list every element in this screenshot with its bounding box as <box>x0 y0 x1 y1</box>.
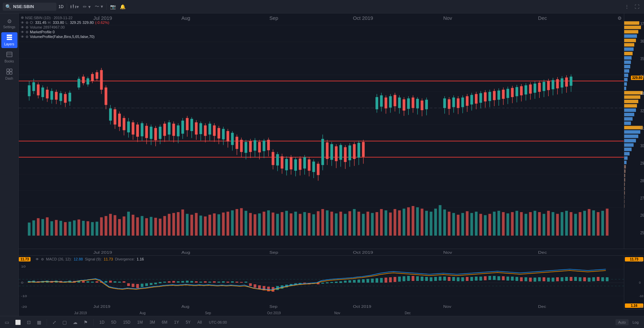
period-5y[interactable]: 5Y <box>183 319 193 326</box>
svg-rect-428 <box>624 139 636 142</box>
svg-rect-129 <box>425 211 428 236</box>
sidebar-item-settings[interactable]: ⚙ Settings <box>1 16 17 31</box>
svg-rect-408 <box>624 52 633 55</box>
sidebar-item-layers[interactable]: Layers <box>1 32 17 48</box>
svg-rect-421 <box>624 109 636 112</box>
chart-title: ⊕ NSE:SBIN (1D) · 2019-11-22 <box>21 15 109 20</box>
svg-rect-82 <box>213 213 216 236</box>
svg-rect-114 <box>357 212 360 236</box>
alert-button[interactable]: 🔔 <box>118 3 128 11</box>
svg-rect-591 <box>570 277 573 281</box>
svg-rect-561 <box>434 277 437 281</box>
svg-rect-221 <box>145 126 148 138</box>
svg-rect-291 <box>303 157 306 169</box>
svg-rect-187 <box>64 94 67 103</box>
snapshot-button[interactable]: 📷 <box>108 3 118 11</box>
svg-rect-44 <box>41 219 44 236</box>
period-3m[interactable]: 3M <box>147 319 157 326</box>
cloud-icon[interactable]: ☁ <box>71 319 80 326</box>
svg-rect-70 <box>159 219 161 236</box>
svg-rect-497 <box>145 283 148 286</box>
volume-row: 👁 ⚙ Volume 28974967.00 <box>21 25 109 29</box>
svg-rect-510 <box>204 281 207 283</box>
svg-rect-517 <box>236 282 238 283</box>
svg-rect-130 <box>430 212 432 236</box>
macd-chart[interactable]: 11.73 👁 ⚙ MACD (26, 12): 12.88 Signal (9… <box>19 256 624 309</box>
svg-rect-273 <box>263 141 265 151</box>
svg-rect-484 <box>87 281 89 283</box>
svg-rect-9 <box>7 35 12 36</box>
divergence-value: 1.16 <box>137 257 144 261</box>
indicators-button[interactable]: 〜 ▾ <box>93 2 105 11</box>
svg-rect-42 <box>32 220 35 236</box>
svg-rect-430 <box>624 148 632 151</box>
svg-rect-12 <box>7 52 12 57</box>
expand-icon[interactable]: ⤢ <box>50 319 58 326</box>
books-label: Books <box>5 59 14 63</box>
svg-rect-552 <box>394 277 396 282</box>
fullscreen-button[interactable]: ⛶ <box>633 3 641 11</box>
svg-rect-86 <box>231 210 234 236</box>
svg-rect-363 <box>488 92 491 101</box>
svg-rect-109 <box>335 213 338 236</box>
svg-rect-556 <box>412 276 414 281</box>
svg-rect-311 <box>348 146 351 160</box>
timeframe-button[interactable]: 1D <box>56 3 65 10</box>
timezone-display: UTC-06:00 <box>209 320 227 324</box>
svg-rect-112 <box>348 211 351 236</box>
log-button[interactable]: Log <box>630 319 641 325</box>
svg-rect-339 <box>421 100 424 110</box>
chart-type-icon-2[interactable]: ⬜ <box>13 319 23 326</box>
svg-rect-50 <box>68 222 71 236</box>
svg-rect-131 <box>434 209 437 236</box>
search-box[interactable]: 🔍 NSE:SBIN <box>3 3 56 11</box>
sidebar-item-dash[interactable]: Dash <box>1 67 17 82</box>
svg-rect-389 <box>547 81 550 90</box>
drawing-tool-button[interactable]: ✏ ▾ <box>81 3 93 11</box>
chart-type-icon-4[interactable]: ▦ <box>35 319 43 326</box>
svg-rect-199 <box>96 72 98 79</box>
svg-rect-546 <box>366 279 369 283</box>
sidebar-item-books[interactable]: Books <box>1 49 17 65</box>
svg-rect-377 <box>520 86 523 95</box>
svg-rect-215 <box>132 122 134 134</box>
chart-type-icon-1[interactable]: ▭ <box>3 319 11 326</box>
svg-rect-137 <box>461 213 464 236</box>
svg-rect-62 <box>122 216 125 236</box>
period-1m[interactable]: 1M <box>135 319 145 326</box>
svg-rect-53 <box>82 221 85 236</box>
svg-rect-261 <box>236 137 238 149</box>
svg-rect-54 <box>87 221 89 236</box>
chart-canvas[interactable]: ⚙ ⊕ NSE:SBIN (1D) · 2019-11-22 👁 ⚙ O: 33… <box>19 13 624 249</box>
period-1d[interactable]: 1D <box>97 319 107 326</box>
svg-rect-543 <box>353 280 356 283</box>
period-6m[interactable]: 6M <box>159 319 170 326</box>
chart-type-icon-3[interactable]: ⊡ <box>25 319 33 326</box>
more-options-button[interactable]: ⋮ <box>623 3 631 11</box>
period-all[interactable]: All <box>195 319 204 326</box>
svg-rect-77 <box>190 215 193 236</box>
svg-rect-118 <box>376 212 378 236</box>
svg-rect-401 <box>624 21 639 25</box>
svg-rect-427 <box>624 134 638 138</box>
svg-text:Sep: Sep <box>269 250 278 254</box>
svg-rect-369 <box>502 90 505 99</box>
svg-rect-553 <box>398 277 401 282</box>
svg-rect-144 <box>493 212 496 236</box>
svg-rect-217 <box>136 125 139 137</box>
flag-icon[interactable]: ⚑ <box>82 319 90 326</box>
period-5d[interactable]: 5D <box>109 319 118 326</box>
chart-settings-icon[interactable]: ⚙ <box>617 15 622 21</box>
svg-rect-96 <box>276 214 279 236</box>
svg-rect-105 <box>317 211 319 236</box>
window-icon[interactable]: ▢ <box>60 319 69 326</box>
svg-rect-110 <box>339 212 342 236</box>
period-15d[interactable]: 15D <box>121 319 133 326</box>
svg-rect-327 <box>394 95 396 106</box>
chart-type-button[interactable]: ▾ <box>68 3 81 11</box>
svg-rect-365 <box>493 91 496 100</box>
period-1y[interactable]: 1Y <box>172 319 182 326</box>
svg-rect-315 <box>357 143 360 158</box>
auto-button[interactable]: Auto <box>615 319 629 325</box>
svg-rect-439 <box>624 187 625 190</box>
